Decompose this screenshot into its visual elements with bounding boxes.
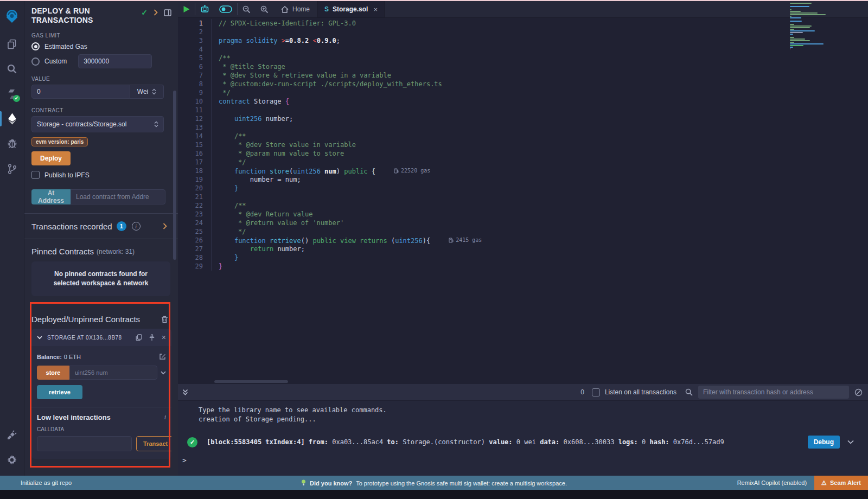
collapse-terminal-icon[interactable]	[182, 389, 188, 395]
clear-filter-icon[interactable]	[854, 388, 863, 396]
line-number: 5	[178, 54, 211, 62]
file-explorer-icon[interactable]	[0, 31, 24, 56]
panel-scrollbar[interactable]	[173, 91, 176, 260]
transactions-recorded-row[interactable]: Transactions recorded 1 i	[24, 214, 178, 239]
balance-row: Balance: 0 ETH	[37, 353, 166, 360]
line-number: 7	[178, 71, 211, 80]
copilot-toggle[interactable]	[214, 1, 237, 17]
code-line: 7 * @dev Store & retrieve value in a var…	[178, 71, 868, 80]
line-number: 22	[178, 201, 211, 210]
chevron-down-icon[interactable]	[161, 371, 166, 375]
transact-button[interactable]: Transact	[136, 436, 171, 451]
terminal-log: Type the library name to see available c…	[178, 401, 868, 424]
at-address-input[interactable]	[71, 189, 165, 204]
editor-horizontal-scrollbar[interactable]	[214, 380, 288, 383]
chevron-right-icon[interactable]	[154, 9, 158, 16]
chevron-right-icon[interactable]	[163, 223, 167, 229]
deployed-contract-card: STORAGE AT 0X136...8B78 × Balance: 0 ETH…	[31, 329, 171, 459]
code-line: 4	[178, 45, 868, 54]
radio-unselected-icon[interactable]	[31, 57, 40, 66]
code-line: 17 */	[178, 158, 868, 167]
ai-copilot-robot-icon[interactable]	[195, 1, 214, 17]
line-number: 18	[178, 167, 211, 175]
custom-gas-input[interactable]	[78, 54, 152, 68]
copy-icon[interactable]	[136, 334, 142, 341]
pinned-contracts-header: Pinned Contracts (network: 31)	[24, 239, 178, 260]
pin-icon[interactable]	[149, 334, 155, 341]
close-icon[interactable]: ×	[373, 5, 378, 14]
deployed-contracts-header: Deployed/Unpinned Contracts	[24, 304, 178, 329]
code-line: 25 */	[178, 227, 868, 236]
code-line: 2	[178, 28, 868, 36]
code-line: 15 * @dev Store value in variable	[178, 140, 868, 149]
retrieve-function-button[interactable]: retrieve	[37, 385, 82, 399]
plugin-manager-icon[interactable]	[0, 423, 24, 447]
search-icon	[685, 388, 693, 396]
git-init-status[interactable]: Initialize as git repo	[21, 479, 72, 486]
close-icon[interactable]: ×	[162, 333, 166, 342]
debugger-icon[interactable]	[0, 131, 24, 156]
code-editor[interactable]: 1// SPDX-License-Identifier: GPL-3.023pr…	[178, 19, 868, 384]
rail-top-items: ✓	[0, 1, 24, 181]
terminal-filter-input[interactable]	[698, 386, 849, 399]
contract-select[interactable]: Storage - contracts/Storage.sol	[31, 116, 164, 132]
value-label: VALUE	[31, 76, 164, 82]
listen-checkbox[interactable]	[592, 388, 600, 396]
radio-selected-icon[interactable]	[31, 42, 40, 50]
scam-alert-button[interactable]: ⚠ Scam Alert	[814, 476, 868, 490]
store-arg-input[interactable]	[69, 366, 157, 380]
warning-icon: ⚠	[821, 479, 827, 487]
calldata-input[interactable]	[37, 436, 132, 451]
copilot-status[interactable]: RemixAI Copilot (enabled)	[737, 479, 807, 486]
search-icon[interactable]	[0, 56, 24, 81]
code-line: 8 * @custom:dev-run-script ./scripts/dep…	[178, 80, 868, 88]
line-number: 13	[178, 123, 211, 132]
solidity-compiler-icon[interactable]: ✓	[0, 81, 24, 106]
code-line: 19 number = num;	[178, 175, 868, 184]
info-icon[interactable]: i	[132, 222, 141, 231]
tab-home[interactable]: Home	[273, 1, 317, 17]
value-unit-select[interactable]: Wei	[130, 85, 164, 99]
contract-instance-name: STORAGE AT 0X136...8B78	[47, 335, 122, 341]
chevron-down-icon[interactable]	[37, 336, 42, 340]
panel-title: DEPLOY & RUN TRANSACTIONS	[31, 7, 93, 25]
transaction-log-row[interactable]: ✓ [block:5583405 txIndex:4] from: 0xa03.…	[178, 436, 868, 449]
estimated-gas-option[interactable]: Estimated Gas	[31, 42, 164, 50]
debug-button[interactable]: Debug	[808, 436, 840, 449]
zoom-in-icon[interactable]	[256, 1, 273, 17]
settings-icon[interactable]	[0, 447, 24, 472]
deploy-button[interactable]: Deploy	[31, 151, 71, 165]
line-number: 23	[178, 210, 211, 219]
editor-minimap[interactable]	[790, 3, 833, 50]
code-line: 5/**	[178, 54, 868, 62]
edit-icon[interactable]	[159, 353, 166, 360]
publish-ipfs-option[interactable]: Publish to IPFS	[31, 171, 164, 179]
pin-panel-icon[interactable]	[164, 9, 171, 16]
git-icon[interactable]	[0, 156, 24, 181]
terminal-prompt[interactable]: >	[178, 449, 868, 464]
store-function-button[interactable]: store	[37, 366, 69, 380]
line-number: 3	[178, 36, 211, 45]
info-icon[interactable]: i	[164, 413, 166, 421]
home-icon	[281, 6, 289, 13]
trash-icon[interactable]	[161, 316, 168, 323]
remix-logo-icon[interactable]	[0, 1, 24, 31]
contract-instance-header[interactable]: STORAGE AT 0X136...8B78 ×	[31, 329, 171, 346]
terminal-toolbar: 0 Listen on all transactions	[178, 384, 868, 401]
value-input[interactable]	[31, 85, 130, 99]
tab-storage-sol[interactable]: S Storage.sol ×	[317, 1, 385, 17]
custom-gas-option[interactable]: Custom	[31, 57, 67, 66]
code-line: 29}	[178, 262, 868, 271]
chevron-down-icon[interactable]	[847, 440, 854, 444]
deploy-run-panel: DEPLOY & RUN TRANSACTIONS ✓ GAS LIMIT Es…	[24, 1, 178, 476]
deploy-run-icon[interactable]	[0, 106, 24, 131]
zoom-out-icon[interactable]	[238, 1, 256, 17]
at-address-button[interactable]: At Address	[31, 189, 71, 204]
calldata-label: CALLDATA	[37, 426, 166, 432]
checkbox-icon[interactable]	[31, 171, 40, 179]
code-line: 16 * @param num value to store	[178, 149, 868, 158]
run-script-button[interactable]	[178, 1, 195, 17]
success-badge-icon: ✓	[13, 95, 20, 102]
line-number: 6	[178, 62, 211, 71]
code-line: 22 /**	[178, 201, 868, 210]
